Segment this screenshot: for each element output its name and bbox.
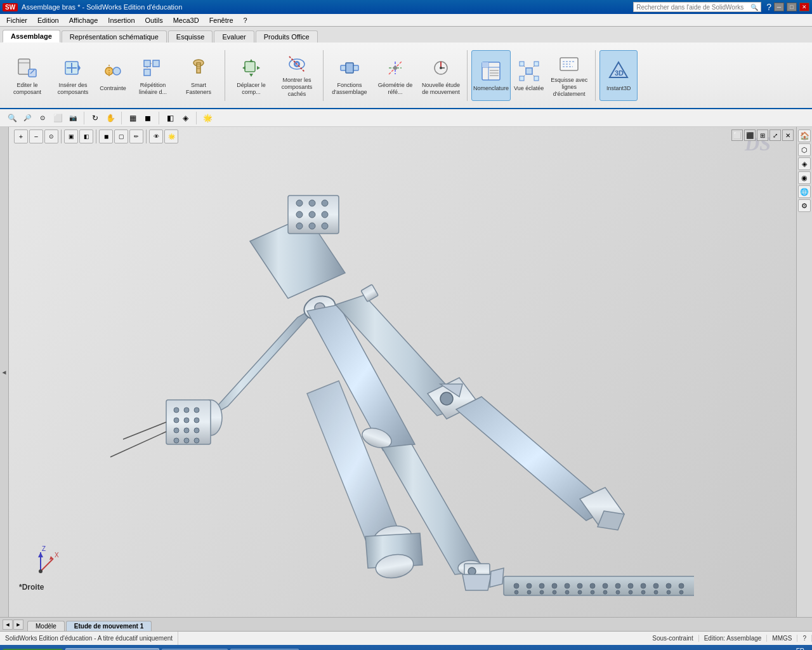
vp-corner-3d[interactable]: ⬛ (744, 129, 756, 141)
vp-view-section[interactable]: ◧ (79, 129, 93, 143)
btn-rotate[interactable]: ↻ (88, 111, 102, 125)
svg-point-66 (309, 200, 315, 206)
vp-zoom-out[interactable]: − (29, 129, 43, 143)
tab-esquisse[interactable]: Esquisse (168, 30, 213, 43)
svg-point-115 (653, 583, 658, 588)
btn-esquisse-eclate-label: Esquisse avec lignes d'éclatement (549, 77, 589, 97)
rp-view3d[interactable]: ⬡ (798, 143, 811, 156)
repeat-icon (140, 55, 166, 81)
left-arrow-icon: ◄ (1, 369, 8, 376)
status-help[interactable]: ? (797, 635, 812, 642)
btn-nomenclature-label: Nomenclature (473, 85, 509, 92)
btn-display[interactable]: ◈ (178, 111, 192, 125)
vp-view-shade[interactable]: ◼ (99, 129, 113, 143)
tab-produits[interactable]: Produits Office (256, 30, 318, 43)
btn-contrainte[interactable]: Contrainte (96, 50, 129, 101)
menu-fenetre[interactable]: Fenêtre (204, 15, 239, 25)
view-label: *Droite (19, 583, 44, 592)
rp-home[interactable]: 🏠 (798, 129, 811, 142)
btn-geometrie[interactable]: Géométrie de réfé... (373, 50, 417, 101)
svg-line-89 (123, 422, 166, 439)
vp-render[interactable]: 🌟 (164, 129, 178, 143)
btn-repetition[interactable]: Répétition linéaire d... (131, 50, 175, 101)
btn-fonctions[interactable]: Fonctions d'assemblage (327, 50, 372, 101)
toolbar-row2: 🔍 🔎 ⊙ ⬜ 📷 ↻ ✋ ▦ ◼ ◧ ◈ 🌟 (0, 109, 812, 127)
svg-point-72 (309, 223, 315, 229)
btn-esquisse-eclate[interactable]: Esquisse avec lignes d'éclatement (547, 50, 591, 101)
btn-zoom-out[interactable]: 🔎 (20, 111, 34, 125)
tab-evaluer[interactable]: Evaluer (214, 30, 254, 43)
tab-next[interactable]: ► (13, 620, 23, 630)
svg-point-131 (679, 590, 683, 594)
btn-inserer[interactable]: Insérer des composants (51, 50, 95, 101)
viewport-toolbar: + − ⊙ ▣ ◧ ◼ ▢ ✏ 👁 🌟 (14, 129, 178, 143)
btn-realview[interactable]: 🌟 (200, 111, 214, 125)
btn-fit[interactable]: ⊙ (36, 111, 49, 125)
btn-eclate[interactable]: Vue éclatée (512, 50, 546, 101)
vp-corner-close[interactable]: ✕ (782, 129, 794, 141)
rp-realview[interactable]: ⚙ (798, 199, 811, 212)
svg-point-65 (296, 200, 303, 206)
menu-fichier[interactable]: Fichier (1, 15, 32, 25)
tab-assemblage[interactable]: Assemblage (3, 30, 60, 43)
constraint-icon (100, 58, 126, 84)
tab-representation[interactable]: Représentation schématique (62, 30, 167, 43)
btn-editer[interactable]: Editer le composant (5, 50, 49, 101)
btn-pan[interactable]: ✋ (103, 111, 117, 125)
geometry-icon (383, 55, 408, 81)
btn-section[interactable]: ◧ (163, 111, 177, 125)
menu-insertion[interactable]: Insertion (103, 15, 140, 25)
btn-shade[interactable]: ◼ (141, 111, 155, 125)
btn-editer-label: Editer le composant (7, 82, 48, 96)
vp-corner-expand[interactable]: ⬜ (731, 129, 743, 141)
vp-hide-show[interactable]: 👁 (149, 129, 163, 143)
right-panel: 🏠 ⬡ ◈ ◉ 🌐 ⚙ (796, 127, 812, 617)
rp-scene[interactable]: 🌐 (798, 185, 811, 198)
close-button[interactable]: ✕ (799, 3, 809, 11)
btm-tab-mouvement[interactable]: Etude de mouvement 1 (66, 621, 152, 631)
maximize-button[interactable]: □ (787, 3, 797, 11)
help-search-input[interactable] (636, 4, 750, 11)
tab-prev[interactable]: ◄ (3, 620, 13, 630)
btn-fasteners[interactable]: Smart Fasteners (176, 50, 221, 101)
svg-point-36 (393, 66, 397, 70)
btn-camera[interactable]: 📷 (66, 111, 80, 125)
viewport[interactable]: DS + − ⊙ ▣ ◧ ◼ ▢ ✏ 👁 🌟 ⬜ ⬛ ⊞ ⤢ ✕ (9, 127, 796, 617)
vp-view-edge[interactable]: ▢ (114, 129, 128, 143)
btn-deplacer[interactable]: Déplacer le comp... (229, 50, 273, 101)
vp-corner-full[interactable]: ⤢ (769, 129, 781, 141)
status-education: SolidWorks Edition d'éducation - A titre… (0, 632, 178, 645)
vp-view-orient[interactable]: ▣ (64, 129, 78, 143)
vp-zoom-fit[interactable]: ⊙ (44, 129, 58, 143)
svg-point-79 (194, 408, 199, 413)
btn-area[interactable]: ⬜ (51, 111, 65, 125)
vp-corner-split[interactable]: ⊞ (757, 129, 768, 141)
svg-point-120 (540, 590, 544, 594)
left-panel-toggle[interactable]: ◄ (0, 127, 9, 617)
btn-mouvement[interactable]: Nouvelle étude de mouvement (419, 50, 463, 101)
menu-help[interactable]: ? (239, 15, 252, 25)
menu-edition[interactable]: Edition (32, 15, 64, 25)
svg-point-38 (440, 67, 442, 69)
svg-point-80 (174, 418, 179, 423)
menu-outils[interactable]: Outils (140, 15, 168, 25)
svg-line-144 (41, 559, 53, 571)
vp-zoom-in[interactable]: + (14, 129, 28, 143)
rp-appearance[interactable]: ◉ (798, 171, 811, 184)
minimize-button[interactable]: ─ (774, 3, 784, 11)
btm-tab-modele[interactable]: Modèle (27, 621, 65, 631)
btn-nomenclature[interactable]: Nomenclature (471, 50, 511, 101)
btn-zoom-in[interactable]: 🔍 (5, 111, 19, 125)
svg-point-150 (39, 569, 43, 573)
btn-instant3d[interactable]: 3D Instant3D (599, 50, 638, 101)
vp-view-draft[interactable]: ✏ (129, 129, 143, 143)
rp-3dsettings[interactable]: ◈ (798, 157, 811, 170)
btn-montrer[interactable]: Montrer les composants cachés (275, 50, 319, 101)
svg-point-83 (174, 428, 179, 433)
svg-marker-24 (242, 66, 246, 70)
status-education-text: SolidWorks Edition d'éducation - A titre… (5, 635, 173, 642)
svg-rect-47 (520, 62, 524, 66)
menu-meca3d[interactable]: Meca3D (168, 15, 204, 25)
btn-wireframe[interactable]: ▦ (126, 111, 140, 125)
menu-affichage[interactable]: Affichage (64, 15, 103, 25)
